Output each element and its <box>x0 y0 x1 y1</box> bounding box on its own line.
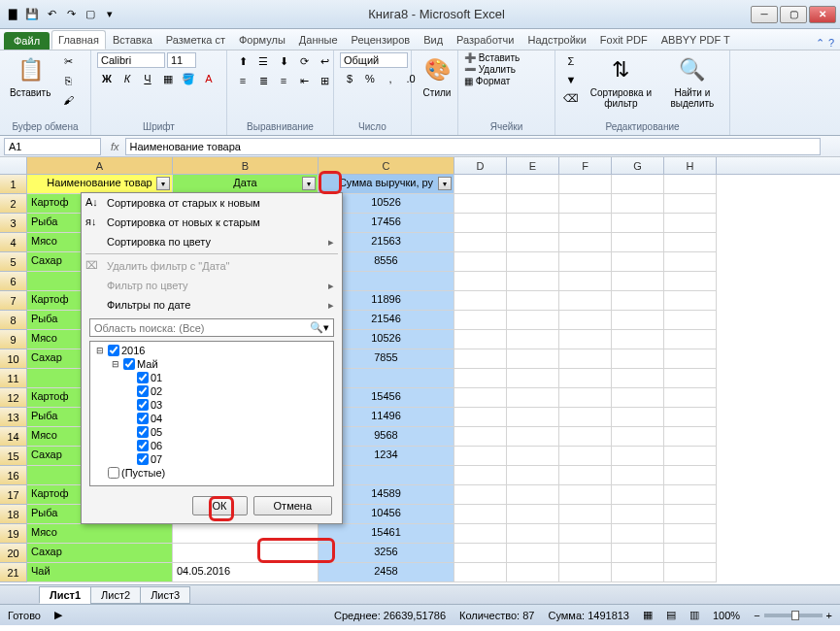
delete-cells-button[interactable]: ➖ Удалить <box>464 64 516 75</box>
cell[interactable] <box>507 505 559 524</box>
tab-abbyy[interactable]: ABBYY PDF T <box>655 30 737 50</box>
cell[interactable]: 3256 <box>319 544 454 563</box>
filter-tree[interactable]: ⊟2016 ⊟Май 01020304050607 ⊟(Пустые) <box>89 341 334 486</box>
cell[interactable] <box>664 175 717 194</box>
cell[interactable] <box>612 194 664 214</box>
tab-view[interactable]: Вид <box>417 30 450 50</box>
header-cell-a[interactable]: Наименование товар▾ <box>27 175 173 194</box>
col-header-b[interactable]: B <box>173 157 319 174</box>
col-header-f[interactable]: F <box>559 157 612 174</box>
cell[interactable] <box>454 349 507 369</box>
header-cell-b[interactable]: Дата▾ <box>173 175 319 194</box>
cell[interactable] <box>664 311 717 330</box>
row-header[interactable]: 12 <box>0 388 26 408</box>
expand-icon[interactable]: ⊟ <box>96 346 108 355</box>
filter-dropdown-c[interactable]: ▾ <box>438 177 452 190</box>
col-header-g[interactable]: G <box>612 157 664 174</box>
day-checkbox[interactable] <box>137 413 149 424</box>
cell[interactable] <box>612 388 664 408</box>
align-left-icon[interactable]: ≡ <box>233 72 252 89</box>
day-checkbox[interactable] <box>137 426 149 438</box>
cell[interactable] <box>612 311 664 330</box>
find-button[interactable]: 🔍 Найти и выделить <box>661 52 723 111</box>
day-checkbox[interactable] <box>137 372 149 383</box>
cell[interactable] <box>454 447 507 466</box>
minimize-button[interactable]: ─ <box>751 6 778 23</box>
row-header[interactable]: 16 <box>0 466 26 485</box>
fill-color-icon[interactable]: 🪣 <box>179 70 198 87</box>
cell[interactable] <box>664 544 717 563</box>
row-header[interactable]: 8 <box>0 311 26 330</box>
cell[interactable] <box>664 427 717 447</box>
cell[interactable] <box>559 524 612 544</box>
sort-by-color[interactable]: Сортировка по цвету▸ <box>82 232 342 251</box>
zoom-level[interactable]: 100% <box>713 610 740 621</box>
cell[interactable]: Мясо <box>27 524 173 544</box>
cell[interactable] <box>559 311 612 330</box>
font-size-select[interactable]: 11 <box>167 52 196 68</box>
cell[interactable] <box>507 252 559 272</box>
cell[interactable] <box>559 485 612 505</box>
cell[interactable] <box>454 388 507 408</box>
cell[interactable] <box>612 214 664 233</box>
cell[interactable] <box>664 330 717 349</box>
sort-newest-oldest[interactable]: я↓ Сортировка от новых к старым <box>82 213 342 232</box>
align-center-icon[interactable]: ≣ <box>253 72 273 89</box>
tab-foxit[interactable]: Foxit PDF <box>593 30 655 50</box>
align-bot-icon[interactable]: ⬇ <box>274 52 293 70</box>
filter-dropdown-b[interactable]: ▾ <box>302 177 316 190</box>
row-header[interactable]: 2 <box>0 194 26 214</box>
cell[interactable] <box>454 524 507 544</box>
zoom-slider[interactable] <box>764 614 823 617</box>
name-box[interactable] <box>4 138 101 155</box>
cell[interactable] <box>507 485 559 505</box>
cell[interactable] <box>507 544 559 563</box>
sheet-tab-2[interactable]: Лист2 <box>90 586 141 604</box>
row-header[interactable]: 9 <box>0 330 26 349</box>
tab-data[interactable]: Данные <box>292 30 345 50</box>
row-header[interactable]: 13 <box>0 408 26 427</box>
file-tab[interactable]: Файл <box>4 32 50 50</box>
cell[interactable] <box>664 272 717 291</box>
cell[interactable] <box>559 447 612 466</box>
sheet-tab-3[interactable]: Лист3 <box>140 586 190 604</box>
cell[interactable] <box>612 330 664 349</box>
cell[interactable] <box>454 466 507 485</box>
row-header[interactable]: 18 <box>0 505 26 524</box>
cell[interactable] <box>559 563 612 582</box>
filter-dropdown-a[interactable]: ▾ <box>156 177 170 190</box>
cell[interactable] <box>507 427 559 447</box>
cell[interactable] <box>559 272 612 291</box>
cell[interactable] <box>612 544 664 563</box>
cell[interactable] <box>612 447 664 466</box>
format-painter-icon[interactable]: 🖌 <box>58 91 78 109</box>
cell[interactable] <box>507 524 559 544</box>
cell[interactable] <box>612 563 664 582</box>
row-header[interactable]: 11 <box>0 369 26 388</box>
blanks-checkbox[interactable] <box>108 467 119 479</box>
cell[interactable] <box>559 330 612 349</box>
cell[interactable] <box>664 485 717 505</box>
row-header[interactable]: 14 <box>0 427 26 447</box>
tab-addins[interactable]: Надстройки <box>521 30 592 50</box>
cell[interactable] <box>454 563 507 582</box>
cell[interactable] <box>454 233 507 252</box>
cell[interactable] <box>507 349 559 369</box>
copy-icon[interactable]: ⎘ <box>58 72 78 89</box>
cell[interactable] <box>612 408 664 427</box>
row-header[interactable]: 19 <box>0 524 26 544</box>
date-filters[interactable]: Фильтры по дате▸ <box>82 295 342 315</box>
cell[interactable] <box>559 291 612 311</box>
cell[interactable] <box>664 233 717 252</box>
cell[interactable] <box>664 214 717 233</box>
row-header[interactable]: 1 <box>0 175 26 194</box>
cell[interactable] <box>507 388 559 408</box>
col-header-d[interactable]: D <box>454 157 507 174</box>
clear-icon[interactable]: ⌫ <box>561 89 581 107</box>
cell[interactable] <box>612 349 664 369</box>
cell[interactable] <box>454 505 507 524</box>
cancel-button[interactable]: Отмена <box>253 496 332 515</box>
align-mid-icon[interactable]: ☰ <box>253 52 273 70</box>
cell[interactable] <box>612 369 664 388</box>
fx-icon[interactable]: fx <box>105 141 125 152</box>
